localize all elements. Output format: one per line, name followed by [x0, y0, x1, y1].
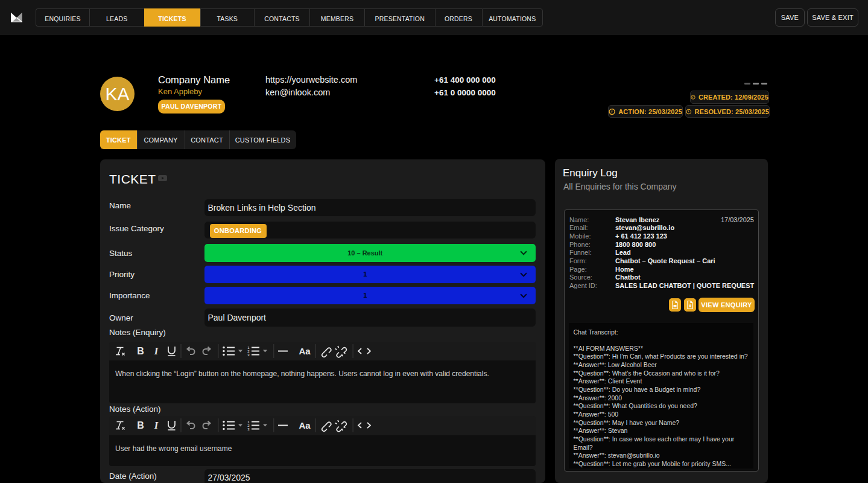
svg-text:3: 3: [247, 427, 250, 431]
svg-text:B: B: [137, 346, 144, 356]
svg-text:I: I: [154, 345, 159, 357]
svg-text:B: B: [137, 420, 144, 430]
svg-text:Aa: Aa: [299, 346, 311, 356]
svg-text:Aa: Aa: [299, 420, 311, 430]
svg-text:I: I: [154, 420, 159, 431]
svg-text:3: 3: [247, 353, 250, 357]
